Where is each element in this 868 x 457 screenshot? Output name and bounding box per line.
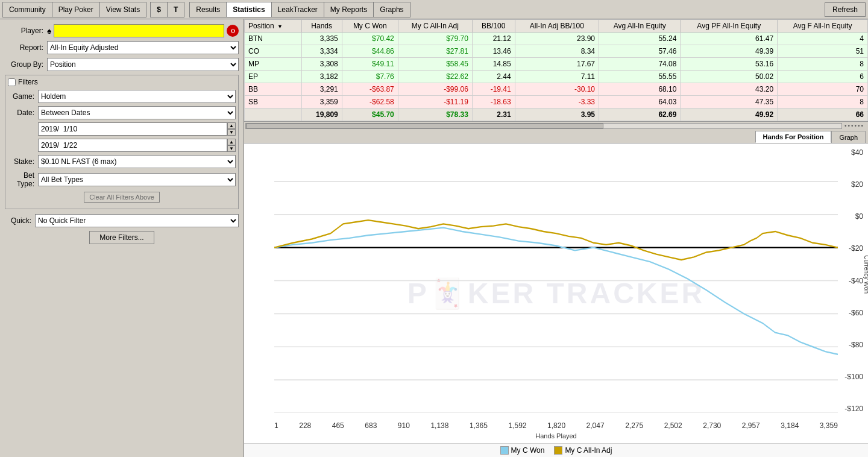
filters-checkbox[interactable] bbox=[8, 78, 16, 86]
total-avg-allin: 62.69 bbox=[599, 109, 681, 121]
total-position bbox=[245, 109, 302, 121]
top-navigation: Community Play Poker View Stats $ T Resu… bbox=[0, 0, 868, 19]
y-label-40: $40 bbox=[851, 148, 863, 157]
table-row: CO 3,334 $44.86 $27.81 13.46 8.34 57.46 … bbox=[245, 45, 868, 58]
date-select[interactable]: Between Dates bbox=[38, 106, 236, 119]
col-header-avg-pf[interactable]: Avg PF All-In Equity bbox=[681, 20, 778, 33]
col-header-avg-allin[interactable]: Avg All-In Equity bbox=[599, 20, 681, 33]
scroll-thumb[interactable] bbox=[246, 124, 603, 128]
x-axis-title: Hands Played bbox=[244, 432, 868, 440]
filters-header: Filters bbox=[8, 78, 236, 86]
col-header-avg-f[interactable]: Avg F All-In Equity bbox=[778, 20, 868, 33]
y-label-neg40: -$40 bbox=[849, 277, 863, 285]
group-by-select[interactable]: Position bbox=[47, 58, 239, 71]
horizontal-scrollbar[interactable]: •••••• bbox=[244, 121, 868, 130]
refresh-button[interactable]: Refresh bbox=[825, 2, 866, 17]
cell-avg-pf: 53.16 bbox=[681, 58, 778, 71]
total-my-c-won: $45.70 bbox=[342, 109, 398, 121]
view-stats-button[interactable]: View Stats bbox=[100, 2, 146, 17]
quick-select[interactable]: No Quick Filter bbox=[35, 214, 239, 227]
date-to-input[interactable] bbox=[38, 139, 227, 152]
x-3184: 3,184 bbox=[781, 421, 799, 430]
x-2047: 2,047 bbox=[587, 421, 605, 430]
col-header-bb100[interactable]: BB/100 bbox=[472, 20, 515, 33]
cell-my-c-won: $49.11 bbox=[342, 58, 398, 71]
cell-position: BTN bbox=[245, 33, 302, 45]
currency-dollar-button[interactable]: $ bbox=[151, 2, 168, 17]
more-filters-button[interactable]: More Filters... bbox=[89, 231, 154, 244]
cell-my-c-allin: $58.45 bbox=[398, 58, 472, 71]
cell-avg-allin: 55.24 bbox=[599, 33, 681, 45]
my-c-allin-adj-line bbox=[274, 220, 838, 260]
x-1: 1 bbox=[274, 421, 278, 430]
x-2502: 2,502 bbox=[664, 421, 682, 430]
player-icon: ♠ bbox=[47, 26, 51, 36]
cell-position: BB bbox=[245, 83, 302, 96]
right-panel: Position ▼ Hands My C Won My C All-In Ad… bbox=[244, 19, 868, 457]
cell-avg-allin: 57.46 bbox=[599, 45, 681, 58]
table-scroll-wrapper[interactable]: Position ▼ Hands My C Won My C All-In Ad… bbox=[244, 19, 868, 121]
table-row: MP 3,308 $49.11 $58.45 14.85 17.67 74.08… bbox=[245, 58, 868, 71]
cell-avg-allin: 55.55 bbox=[599, 71, 681, 83]
x-228: 228 bbox=[299, 421, 311, 430]
cell-position: CO bbox=[245, 45, 302, 58]
currency-t-button[interactable]: T bbox=[168, 2, 184, 17]
x-2275: 2,275 bbox=[625, 421, 643, 430]
cell-avg-f: 51 bbox=[778, 45, 868, 58]
bet-type-select[interactable]: All Bet Types bbox=[38, 173, 236, 186]
game-select[interactable]: Holdem bbox=[38, 90, 236, 103]
stake-label: Stake: bbox=[8, 157, 38, 166]
col-header-hands[interactable]: Hands bbox=[301, 20, 342, 33]
x-2730: 2,730 bbox=[703, 421, 721, 430]
hands-for-position-tab[interactable]: Hands For Position bbox=[755, 131, 832, 143]
table-row: BTN 3,335 $70.42 $79.70 21.12 23.90 55.2… bbox=[245, 33, 868, 45]
community-button[interactable]: Community bbox=[3, 2, 52, 17]
y-label-neg80: -$80 bbox=[849, 341, 863, 349]
x-910: 910 bbox=[398, 421, 410, 430]
col-header-my-c-won[interactable]: My C Won bbox=[342, 20, 398, 33]
results-tab[interactable]: Results bbox=[190, 2, 227, 17]
cell-bb100: -18.63 bbox=[472, 96, 515, 109]
statistics-tab[interactable]: Statistics bbox=[227, 2, 271, 17]
col-header-allin-bb100[interactable]: All-In Adj BB/100 bbox=[515, 20, 599, 33]
stake-select[interactable]: $0.10 NL FAST (6 max) bbox=[38, 155, 236, 168]
bet-type-label: Bet Type: bbox=[8, 171, 38, 188]
y-axis-title: Currency Won bbox=[864, 255, 869, 294]
view-tab-group: Results Statistics LeakTracker My Report… bbox=[189, 2, 410, 17]
scroll-track[interactable] bbox=[245, 123, 842, 129]
report-select[interactable]: All-In Equity Adjusted bbox=[47, 41, 239, 54]
cell-avg-f: 8 bbox=[778, 58, 868, 71]
col-header-my-c-allin[interactable]: My C All-In Adj bbox=[398, 20, 472, 33]
cell-allin-bb100: 8.34 bbox=[515, 45, 599, 58]
graphs-tab[interactable]: Graphs bbox=[374, 2, 409, 17]
player-row: Player: ♠ ⚙ bbox=[5, 24, 239, 37]
player-icon-btn[interactable]: ⚙ bbox=[227, 25, 239, 37]
date-from-spinner[interactable]: ▲▼ bbox=[227, 122, 236, 136]
total-my-c-allin: $78.33 bbox=[398, 109, 472, 121]
graph-section: Hands For Position Graph P🃏KER TRACKER bbox=[244, 130, 868, 457]
cell-my-c-won: -$62.58 bbox=[342, 96, 398, 109]
table-row: EP 3,182 $7.76 $22.62 2.44 7.11 55.55 50… bbox=[245, 71, 868, 83]
cell-my-c-allin: $79.70 bbox=[398, 33, 472, 45]
cell-avg-pf: 43.20 bbox=[681, 83, 778, 96]
leaktracker-tab[interactable]: LeakTracker bbox=[272, 2, 324, 17]
cell-my-c-won: $7.76 bbox=[342, 71, 398, 83]
date-row: Date: Between Dates bbox=[8, 106, 236, 119]
cell-position: MP bbox=[245, 58, 302, 71]
clear-filters-button[interactable]: Clear All Filters Above bbox=[84, 192, 160, 203]
date-to-spinner[interactable]: ▲▼ bbox=[227, 139, 236, 152]
scroll-dots: •••••• bbox=[842, 122, 867, 129]
col-header-position[interactable]: Position ▼ bbox=[245, 20, 302, 33]
main-layout: Player: ♠ ⚙ Report: All-In Equity Adjust… bbox=[0, 19, 868, 457]
play-poker-button[interactable]: Play Poker bbox=[52, 2, 100, 17]
my-reports-tab[interactable]: My Reports bbox=[324, 2, 374, 17]
date-label: Date: bbox=[8, 109, 38, 117]
stake-row: Stake: $0.10 NL FAST (6 max) bbox=[8, 155, 236, 168]
graph-tab[interactable]: Graph bbox=[831, 131, 866, 143]
date-from-input[interactable] bbox=[38, 122, 227, 136]
player-input[interactable] bbox=[54, 24, 224, 37]
main-nav-group: Community Play Poker View Stats bbox=[2, 2, 146, 17]
table-row: SB 3,359 -$62.58 -$11.19 -18.63 -3.33 64… bbox=[245, 96, 868, 109]
x-3359: 3,359 bbox=[820, 421, 838, 430]
cell-avg-f: 4 bbox=[778, 33, 868, 45]
